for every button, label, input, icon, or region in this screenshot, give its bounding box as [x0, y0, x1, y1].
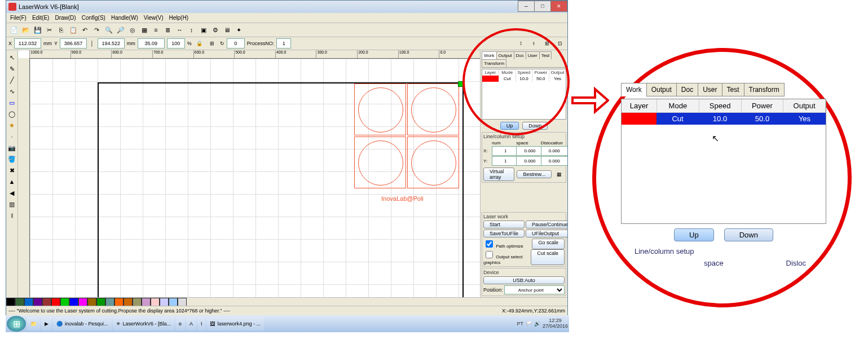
menu-edit[interactable]: Edit(E): [30, 14, 51, 21]
del-tool-icon[interactable]: ✖: [7, 165, 17, 175]
taskbar-autocad-icon[interactable]: A: [186, 317, 196, 331]
taskbar-laserwork[interactable]: ✳ LaserWorkV6 - [Bla...: [113, 317, 174, 331]
process-no-input[interactable]: [276, 38, 291, 49]
taskbar-media-icon[interactable]: ▶: [41, 317, 52, 331]
setting-icon[interactable]: ⚙: [210, 25, 221, 36]
tray-network-icon[interactable]: 🔊: [534, 321, 540, 327]
zoom-fit-icon[interactable]: ◎: [127, 25, 138, 36]
ellipse-tool-icon[interactable]: ◯: [7, 109, 17, 119]
layer-row[interactable]: Cut 10.0 50.0 Yes: [482, 76, 566, 82]
puzzle-icon[interactable]: ✦: [233, 25, 244, 36]
menu-config[interactable]: Config(S): [80, 14, 107, 21]
taskbar-ie-icon[interactable]: e: [175, 317, 185, 331]
offset-icon[interactable]: ⊡: [554, 38, 565, 49]
ztab-test[interactable]: Test: [722, 83, 744, 96]
zoom-layer-row[interactable]: Cut 10.0 50.0 Yes: [622, 113, 826, 125]
ztab-transform[interactable]: Transform: [744, 83, 785, 96]
menu-file[interactable]: File(F): [8, 14, 28, 21]
tab-work[interactable]: Work: [482, 51, 497, 59]
align-c-icon[interactable]: ≣: [162, 25, 173, 36]
zoom-down-button[interactable]: Down: [724, 228, 773, 241]
point-tool-icon[interactable]: ·: [7, 131, 17, 142]
position-select[interactable]: Anchor point: [504, 285, 565, 294]
align-tool2-icon[interactable]: ▥: [7, 199, 17, 209]
rect-tool-icon[interactable]: ▭: [7, 98, 17, 108]
pause-button[interactable]: Pause/Continue: [526, 221, 567, 228]
zoom-out-icon[interactable]: 🔎: [115, 25, 126, 36]
size-y-input[interactable]: [138, 38, 165, 49]
taskbar-image[interactable]: 🖼 laserwork4.png - ...: [206, 317, 264, 331]
y-num-input[interactable]: [492, 156, 519, 166]
x-num-input[interactable]: [492, 146, 519, 156]
cut-scale-button[interactable]: Cut scale: [531, 249, 565, 265]
ufile-output-button[interactable]: UFileOutput: [526, 230, 567, 237]
down-button[interactable]: Down: [522, 122, 548, 130]
mirror-v-icon[interactable]: ↕: [186, 25, 197, 36]
anchor-handle[interactable]: [458, 81, 464, 87]
taskbar-app-icon[interactable]: I: [197, 317, 206, 331]
ztab-work[interactable]: Work: [621, 83, 647, 96]
lock-icon[interactable]: 🔒: [194, 38, 205, 49]
close-button[interactable]: ✕: [550, 1, 567, 12]
distribute-icon[interactable]: ⫲: [528, 38, 539, 49]
barcode-tool-icon[interactable]: ⦀: [7, 210, 17, 221]
x-space-input[interactable]: [516, 146, 543, 156]
select-tool-icon[interactable]: ↖: [7, 52, 17, 63]
path-optimize-check[interactable]: Path optimize: [483, 239, 530, 249]
layer-color-swatch[interactable]: [482, 76, 499, 82]
layer-table[interactable]: Layer Mode Speed Power Output Cut 10.0 5…: [482, 69, 566, 120]
capture-tool-icon[interactable]: 📷: [7, 143, 17, 153]
circle-shape[interactable]: [358, 87, 403, 133]
taskbar-chrome[interactable]: 🔵 inovalab - Pesqui...: [53, 317, 112, 331]
tab-user[interactable]: User: [526, 51, 540, 59]
square-shape[interactable]: [407, 83, 459, 135]
circle-shape[interactable]: [411, 87, 456, 133]
minimize-button[interactable]: ─: [518, 1, 535, 12]
node-tool-icon[interactable]: ✎: [7, 64, 17, 74]
save-ufile-button[interactable]: SaveToUFile: [483, 230, 525, 237]
zoom-layer-swatch[interactable]: [622, 113, 656, 125]
square-shape[interactable]: [354, 136, 406, 188]
flip-tool-icon[interactable]: ◀: [7, 188, 17, 198]
title-bar[interactable]: LaserWork V6-[Blank] ─ □ ✕: [6, 1, 567, 13]
align-tool-icon[interactable]: ⫱: [515, 38, 526, 49]
virtual-array-button[interactable]: Virtual array: [483, 168, 514, 181]
maximize-button[interactable]: □: [534, 1, 551, 12]
rotate-input[interactable]: [227, 38, 245, 49]
coord-x-input[interactable]: [14, 38, 41, 49]
tray-flag-icon[interactable]: 🏳️: [526, 321, 532, 327]
up-button[interactable]: Up: [500, 122, 519, 130]
new-icon[interactable]: 📄: [8, 25, 19, 36]
zoom-layer-table[interactable]: Layer Mode Speed Power Output Cut 10.0 5…: [621, 99, 826, 224]
menu-help[interactable]: Help(H): [168, 14, 190, 21]
array-icon[interactable]: ⊞: [541, 38, 552, 49]
mirror-tool-icon[interactable]: ▲: [7, 177, 17, 187]
redo-icon[interactable]: ↷: [91, 25, 102, 36]
menu-handle[interactable]: Handle(W): [109, 14, 140, 21]
system-tray[interactable]: PT 🏳️ 🔊 12:2927/04/2016: [517, 318, 568, 329]
start-button[interactable]: ⊞: [7, 316, 26, 332]
taskbar-explorer-icon[interactable]: 📁: [27, 317, 40, 331]
array-grid-icon[interactable]: ▦: [554, 169, 565, 180]
polyline-tool-icon[interactable]: ∿: [7, 86, 17, 96]
tray-clock[interactable]: 12:2927/04/2016: [543, 318, 568, 329]
output-select-check[interactable]: Output select graphics: [483, 249, 528, 265]
text-tool-icon[interactable]: ★: [7, 120, 17, 130]
save-icon[interactable]: 💾: [32, 25, 43, 36]
tab-output[interactable]: Output: [496, 51, 514, 59]
y-dislo-input[interactable]: [541, 156, 567, 166]
design-text[interactable]: InovaLab@Poli: [381, 195, 424, 202]
grid-icon[interactable]: ▦: [139, 25, 149, 36]
open-icon[interactable]: 📂: [20, 25, 31, 36]
copy-icon[interactable]: ⎘: [56, 25, 67, 36]
bestrew-button[interactable]: Bestrew...: [517, 170, 552, 178]
coord-y-input[interactable]: [60, 38, 87, 49]
paste-icon[interactable]: 📋: [68, 25, 78, 36]
ztab-doc[interactable]: Doc: [676, 83, 698, 96]
tab-test[interactable]: Test: [539, 51, 552, 59]
taskbar[interactable]: ⊞ 📁 ▶ 🔵 inovalab - Pesqui... ✳ LaserWork…: [6, 315, 569, 332]
tab-doc[interactable]: Doc: [514, 51, 526, 59]
ztab-output[interactable]: Output: [646, 83, 677, 96]
group-icon[interactable]: ▣: [198, 25, 209, 36]
tab-transform[interactable]: Transform: [482, 59, 506, 67]
